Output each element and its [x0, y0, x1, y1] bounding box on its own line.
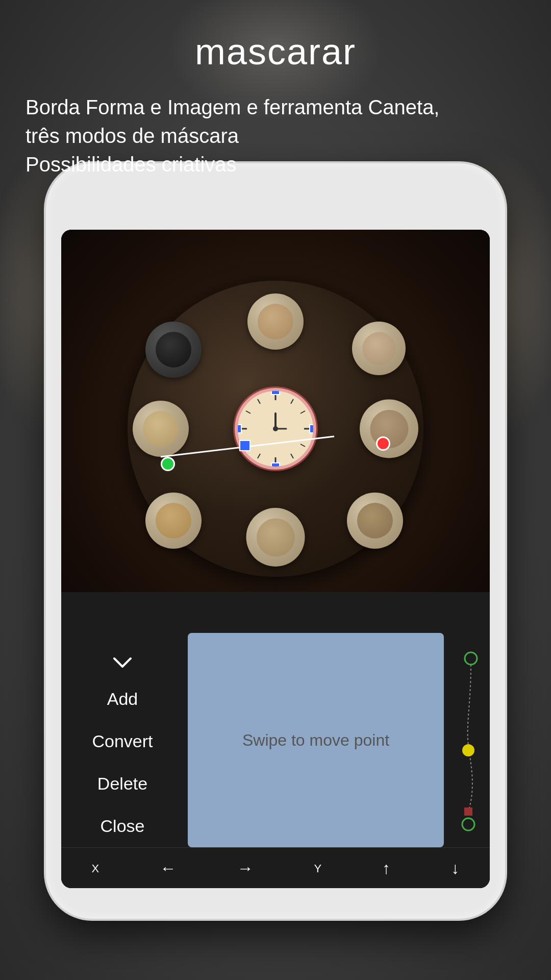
curve-panel: [446, 633, 490, 847]
app-title: mascarar: [20, 31, 531, 72]
cup-top-left: [145, 322, 202, 378]
control-handle-green[interactable]: [161, 457, 175, 471]
top-text-area: mascarar Borda Forma e Imagem e ferramen…: [0, 31, 551, 179]
subtitle-line3: Possibilidades criativas: [26, 153, 237, 176]
nav-up-label: ↑: [382, 859, 390, 878]
subtitle-line2: três modos de máscara: [26, 125, 239, 147]
menu-item-delete[interactable]: Delete: [61, 763, 184, 805]
chevron-icon[interactable]: [112, 647, 133, 678]
bottom-panel: Add Convert Delete Close Swipe to move p…: [61, 592, 490, 888]
handle-right: [309, 424, 316, 433]
svg-point-21: [462, 818, 474, 830]
nav-y[interactable]: Y: [314, 861, 322, 875]
swipe-text: Swipe to move point: [242, 731, 389, 750]
nav-x[interactable]: X: [92, 861, 99, 875]
cup-bottom: [246, 508, 305, 567]
clock-svg: [238, 391, 313, 467]
nav-down-label: ↓: [451, 859, 459, 878]
nav-down-arrow[interactable]: ↓: [451, 858, 459, 878]
curve-visualization: [453, 643, 484, 837]
center-cup-clock: [235, 388, 316, 470]
nav-right-label: →: [237, 859, 253, 878]
nav-up-arrow[interactable]: ↑: [382, 858, 390, 878]
bottom-nav: X ← → Y ↑ ↓: [61, 847, 490, 888]
cup-top-right: [352, 322, 406, 375]
svg-point-19: [462, 744, 474, 756]
handle-top: [271, 388, 280, 395]
phone-outer: Add Convert Delete Close Swipe to move p…: [46, 163, 505, 919]
cup-left: [133, 401, 189, 457]
menu-item-convert[interactable]: Convert: [61, 720, 184, 763]
svg-rect-20: [464, 807, 472, 816]
nav-left-arrow[interactable]: ←: [160, 858, 176, 878]
nav-left-label: ←: [160, 859, 176, 878]
handle-left: [235, 424, 242, 433]
cup-top: [247, 293, 304, 350]
svg-point-18: [465, 652, 477, 665]
cup-right: [360, 400, 418, 458]
cup-bottom-right: [347, 493, 403, 549]
image-area: [61, 230, 490, 628]
subtitle-line1: Borda Forma e Imagem e ferramenta Caneta…: [26, 96, 439, 118]
nav-right-arrow[interactable]: →: [237, 858, 253, 878]
handle-bottom-right: [309, 462, 316, 470]
menu-item-add[interactable]: Add: [61, 678, 184, 720]
nav-y-label: Y: [314, 862, 322, 875]
phone-frame: Add Convert Delete Close Swipe to move p…: [46, 163, 505, 919]
nav-x-label: X: [92, 862, 99, 875]
svg-point-15: [273, 426, 278, 431]
subtitle: Borda Forma e Imagem e ferramenta Caneta…: [20, 93, 531, 179]
control-handle-red[interactable]: [376, 436, 390, 451]
menu-panel: Add Convert Delete Close: [61, 647, 184, 847]
phone-screen: Add Convert Delete Close Swipe to move p…: [61, 230, 490, 888]
tray-circle: [128, 281, 423, 577]
handle-bottom: [271, 462, 280, 470]
menu-item-close[interactable]: Close: [61, 805, 184, 847]
swipe-panel[interactable]: Swipe to move point: [188, 633, 444, 847]
cup-bottom-left: [145, 493, 202, 549]
